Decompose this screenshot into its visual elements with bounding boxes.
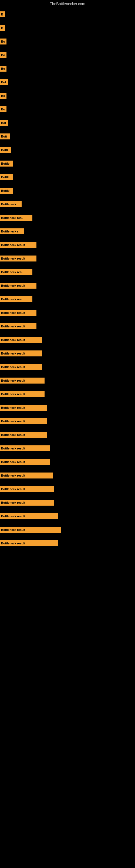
bar-label-36: Bottleneck result (0, 500, 54, 506)
bar-label-21: Bottleneck resu (0, 296, 32, 302)
bar-label-12: Bottle (0, 174, 13, 180)
bar-label-14: Bottleneck (0, 201, 21, 207)
bar-row-11: Bottle (0, 157, 135, 170)
bar-label-19: Bottleneck resu (0, 269, 32, 275)
bar-row-2: Bo (0, 35, 135, 48)
bar-label-24: Bottleneck result (0, 337, 42, 343)
bar-row-37: Bottleneck result (0, 509, 135, 523)
bar-label-39: Bottleneck result (0, 540, 58, 546)
bar-label-8: Bot (0, 120, 8, 126)
bar-label-31: Bottleneck result (0, 432, 47, 438)
bar-label-29: Bottleneck result (0, 405, 47, 411)
bar-label-37: Bottleneck result (0, 513, 58, 519)
bar-row-35: Bottleneck result (0, 482, 135, 496)
bar-row-5: Bot (0, 75, 135, 89)
bar-row-15: Bottleneck resu (0, 211, 135, 225)
bar-label-15: Bottleneck resu (0, 215, 32, 221)
bar-label-22: Bottleneck result (0, 310, 37, 316)
bar-row-23: Bottleneck result (0, 319, 135, 333)
bar-row-29: Bottleneck result (0, 401, 135, 414)
bar-label-9: Bott (0, 133, 10, 140)
bar-label-35: Bottleneck result (0, 486, 54, 492)
bar-row-0: B (0, 8, 135, 21)
bar-row-14: Bottleneck (0, 197, 135, 211)
bar-row-30: Bottleneck result (0, 414, 135, 428)
bar-label-32: Bottleneck result (0, 445, 50, 452)
bar-label-17: Bottleneck result (0, 242, 37, 248)
bar-row-24: Bottleneck result (0, 333, 135, 347)
bar-row-25: Bottleneck result (0, 347, 135, 360)
site-title: TheBottlenecker.com (0, 0, 135, 8)
bar-row-22: Bottleneck result (0, 306, 135, 319)
bar-row-28: Bottleneck result (0, 388, 135, 401)
bar-row-13: Bottle (0, 184, 135, 197)
bar-label-6: Bo (0, 93, 6, 99)
bar-row-9: Bott (0, 130, 135, 143)
bar-label-23: Bottleneck result (0, 323, 37, 329)
bar-row-3: Bo (0, 48, 135, 62)
bar-row-17: Bottleneck result (0, 238, 135, 252)
bar-row-38: Bottleneck result (0, 523, 135, 536)
bar-label-28: Bottleneck result (0, 391, 45, 397)
bar-label-38: Bottleneck result (0, 527, 61, 533)
bar-row-32: Bottleneck result (0, 442, 135, 455)
bar-row-19: Bottleneck resu (0, 265, 135, 279)
bar-row-21: Bottleneck resu (0, 292, 135, 306)
bar-label-2: Bo (0, 38, 6, 44)
bar-row-36: Bottleneck result (0, 496, 135, 509)
bar-label-5: Bot (0, 79, 8, 85)
bar-label-27: Bottleneck result (0, 378, 45, 383)
bar-label-0: B (0, 11, 5, 18)
bar-row-20: Bottleneck result (0, 279, 135, 292)
bar-row-27: Bottleneck result (0, 374, 135, 388)
bar-row-6: Bo (0, 89, 135, 102)
bar-label-3: Bo (0, 52, 6, 58)
bar-row-4: Bo (0, 62, 135, 75)
bar-label-33: Bottleneck result (0, 459, 50, 465)
bar-label-18: Bottleneck result (0, 255, 37, 261)
bar-label-7: Bo (0, 106, 6, 112)
bar-label-26: Bottleneck result (0, 364, 42, 370)
bar-label-34: Bottleneck result (0, 472, 53, 478)
bar-row-16: Bottleneck r (0, 225, 135, 238)
bar-label-25: Bottleneck result (0, 350, 42, 356)
bar-row-18: Bottleneck result (0, 252, 135, 265)
bar-row-33: Bottleneck result (0, 455, 135, 469)
bar-label-1: B (0, 25, 5, 31)
bar-label-30: Bottleneck result (0, 418, 47, 424)
bar-row-12: Bottle (0, 170, 135, 184)
bar-label-11: Bottle (0, 161, 13, 166)
bar-label-4: Bo (0, 66, 6, 72)
bar-row-10: Bottl (0, 143, 135, 157)
bar-row-39: Bottleneck result (0, 536, 135, 550)
bar-row-1: B (0, 21, 135, 35)
bar-label-10: Bottl (0, 147, 11, 153)
bar-row-8: Bot (0, 116, 135, 130)
bar-label-20: Bottleneck result (0, 283, 37, 289)
bar-row-31: Bottleneck result (0, 428, 135, 442)
bar-row-26: Bottleneck result (0, 360, 135, 374)
bar-label-16: Bottleneck r (0, 228, 24, 235)
bar-row-34: Bottleneck result (0, 469, 135, 482)
bar-label-13: Bottle (0, 188, 13, 194)
bar-row-7: Bo (0, 102, 135, 116)
